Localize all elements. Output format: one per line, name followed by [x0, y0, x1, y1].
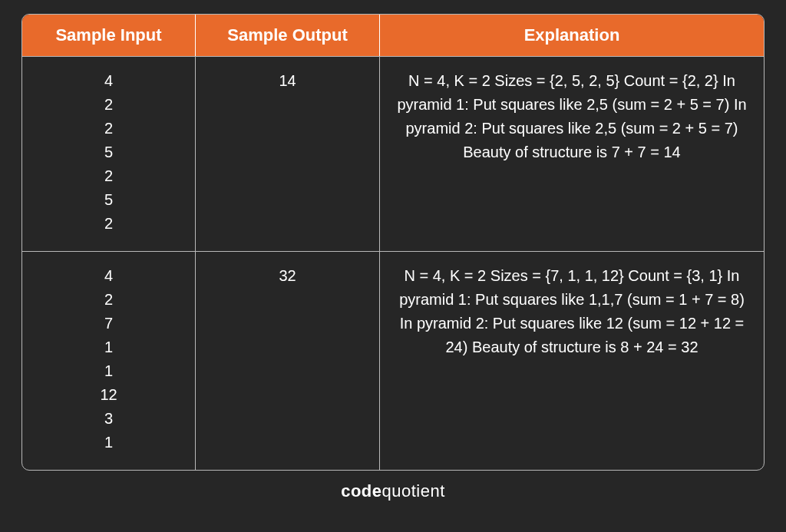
table-header-row: Sample Input Sample Output Explanation [22, 15, 764, 56]
cell-sample-input: 4 2 7 1 1 12 3 1 [22, 251, 195, 470]
brand-footer: codequotient [341, 481, 445, 501]
header-sample-output: Sample Output [195, 15, 379, 56]
cell-sample-input: 4 2 2 5 2 5 2 [22, 56, 195, 251]
cell-sample-output: 32 [195, 251, 379, 470]
cell-sample-output: 14 [195, 56, 379, 251]
table-row: 4 2 2 5 2 5 2 14 N = 4, K = 2 Sizes = {2… [22, 56, 764, 251]
brand-code: code [341, 481, 381, 501]
brand-quotient: quotient [382, 481, 445, 501]
header-explanation: Explanation [379, 15, 764, 56]
cell-explanation: N = 4, K = 2 Sizes = {2, 5, 2, 5} Count … [379, 56, 764, 251]
sample-table: Sample Input Sample Output Explanation 4… [21, 14, 765, 471]
table-row: 4 2 7 1 1 12 3 1 32 N = 4, K = 2 Sizes =… [22, 251, 764, 470]
cell-explanation: N = 4, K = 2 Sizes = {7, 1, 1, 12} Count… [379, 251, 764, 470]
header-sample-input: Sample Input [22, 15, 195, 56]
